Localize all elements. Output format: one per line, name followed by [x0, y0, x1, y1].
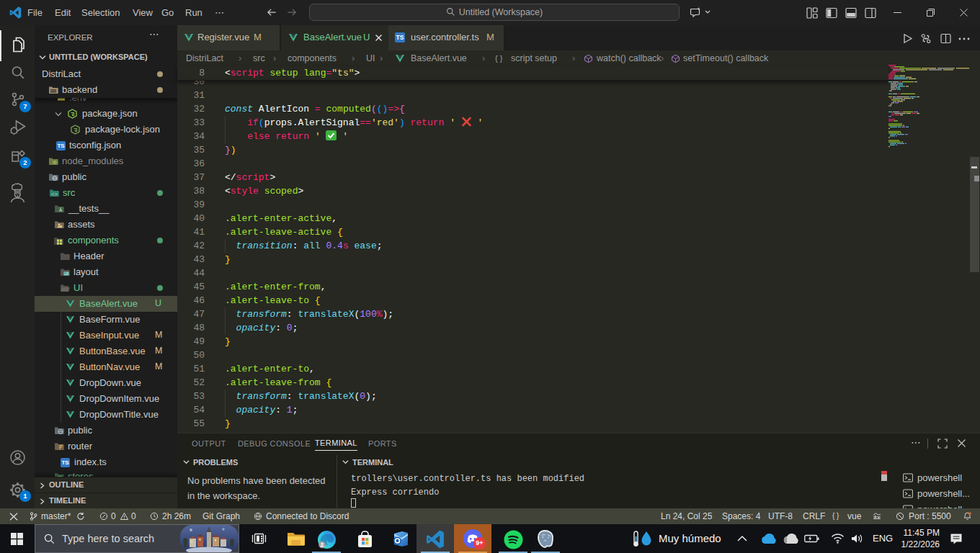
- svg-text:<>: <>: [51, 192, 58, 197]
